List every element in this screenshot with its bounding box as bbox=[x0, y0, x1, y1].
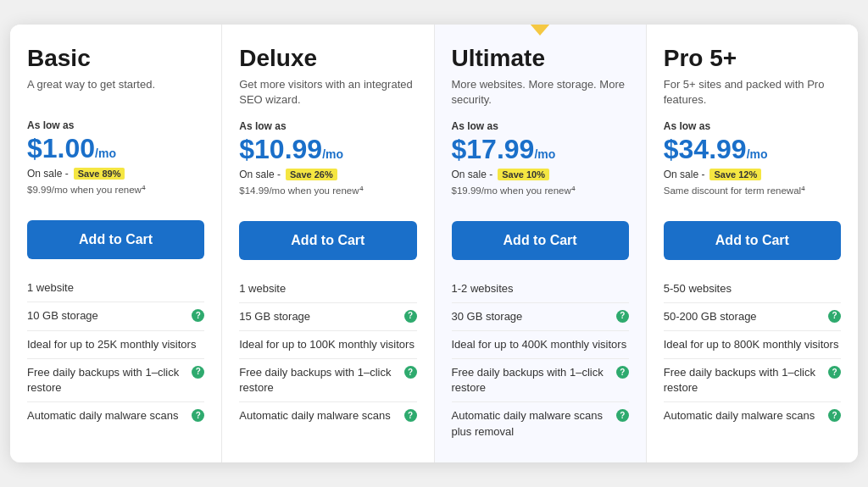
plan-desc-deluxe: Get more visitors with an integrated SEO… bbox=[239, 77, 416, 108]
price-period-pro5: /mo bbox=[747, 147, 768, 161]
info-icon-pro5-1[interactable]: ? bbox=[828, 310, 841, 323]
feature-text-pro5-1: 50-200 GB storage bbox=[664, 309, 825, 324]
add-to-cart-btn-pro5[interactable]: Add to Cart bbox=[664, 221, 841, 260]
feature-item-pro5-3: Free daily backups with 1–click restore … bbox=[664, 358, 841, 401]
plan-card-basic: Basic A great way to get started. As low… bbox=[10, 25, 222, 462]
save-badge-basic: Save 89% bbox=[74, 168, 125, 180]
feature-item-deluxe-4: Automatic daily malware scans ? bbox=[239, 401, 416, 429]
as-low-as-basic: As low as bbox=[27, 119, 204, 131]
feature-text-deluxe-0: 1 website bbox=[239, 281, 416, 296]
info-icon-deluxe-1[interactable]: ? bbox=[404, 310, 417, 323]
feature-list-deluxe: 1 website 15 GB storage ? Ideal for up t… bbox=[239, 275, 416, 430]
info-icon-pro5-3[interactable]: ? bbox=[828, 366, 841, 379]
price-amount-pro5: $34.99 bbox=[664, 134, 747, 165]
sale-label-basic: On sale - bbox=[27, 168, 69, 180]
feature-item-basic-2: Ideal for up to 25K monthly visitors bbox=[27, 330, 204, 358]
plan-title-basic: Basic bbox=[27, 45, 204, 72]
feature-item-ultimate-0: 1-2 websites bbox=[452, 275, 629, 302]
feature-text-basic-3: Free daily backups with 1–click restore bbox=[27, 365, 188, 396]
info-icon-ultimate-3[interactable]: ? bbox=[616, 366, 629, 379]
info-icon-pro5-4[interactable]: ? bbox=[828, 409, 841, 422]
price-row-basic: $1.00 /mo bbox=[27, 133, 204, 164]
feature-text-ultimate-4: Automatic daily malware scans plus remov… bbox=[452, 408, 613, 439]
info-icon-ultimate-4[interactable]: ? bbox=[616, 409, 629, 422]
save-badge-deluxe: Save 26% bbox=[286, 169, 337, 180]
info-icon-basic-4[interactable]: ? bbox=[192, 409, 204, 422]
plan-title-pro5: Pro 5+ bbox=[664, 45, 841, 72]
feature-text-deluxe-1: 15 GB storage bbox=[239, 309, 400, 324]
plan-desc-ultimate: More websites. More storage. More securi… bbox=[452, 77, 629, 108]
add-to-cart-btn-deluxe[interactable]: Add to Cart bbox=[239, 221, 416, 260]
price-period-deluxe: /mo bbox=[322, 147, 343, 161]
feature-item-basic-0: 1 website bbox=[27, 274, 204, 302]
plan-card-ultimate: Ultimate More websites. More storage. Mo… bbox=[435, 25, 647, 462]
sale-row-deluxe: On sale - Save 26% bbox=[239, 169, 416, 180]
feature-item-pro5-1: 50-200 GB storage ? bbox=[664, 302, 841, 330]
feature-item-pro5-2: Ideal for up to 800K monthly visitors bbox=[664, 330, 841, 358]
as-low-as-deluxe: As low as bbox=[239, 120, 416, 132]
price-period-basic: /mo bbox=[95, 147, 116, 160]
info-icon-deluxe-4[interactable]: ? bbox=[404, 409, 417, 422]
as-low-as-ultimate: As low as bbox=[452, 120, 629, 132]
price-amount-basic: $1.00 bbox=[27, 133, 95, 164]
info-icon-basic-3[interactable]: ? bbox=[192, 366, 204, 379]
plan-card-deluxe: Deluxe Get more visitors with an integra… bbox=[222, 25, 434, 462]
feature-item-pro5-4: Automatic daily malware scans ? bbox=[664, 401, 841, 429]
feature-item-ultimate-1: 30 GB storage ? bbox=[452, 302, 629, 330]
sale-row-basic: On sale - Save 89% bbox=[27, 168, 204, 180]
feature-item-pro5-0: 5-50 websites bbox=[664, 275, 841, 302]
plan-card-pro5: Pro 5+ For 5+ sites and packed with Pro … bbox=[647, 25, 858, 462]
sale-label-pro5: On sale - bbox=[664, 169, 705, 180]
feature-text-ultimate-0: 1-2 websites bbox=[452, 281, 629, 296]
feature-item-ultimate-4: Automatic daily malware scans plus remov… bbox=[452, 401, 629, 445]
price-amount-deluxe: $10.99 bbox=[239, 134, 322, 165]
feature-list-basic: 1 website 10 GB storage ? Ideal for up t… bbox=[27, 274, 204, 429]
feature-item-deluxe-2: Ideal for up to 100K monthly visitors bbox=[239, 330, 416, 358]
save-badge-ultimate: Save 10% bbox=[498, 169, 549, 180]
renew-text-ultimate: $19.99/mo when you renew⁴ bbox=[452, 184, 629, 208]
feature-list-ultimate: 1-2 websites 30 GB storage ? Ideal for u… bbox=[452, 275, 629, 445]
renew-text-basic: $9.99/mo when you renew⁴ bbox=[27, 183, 204, 207]
plan-desc-pro5: For 5+ sites and packed with Pro feature… bbox=[664, 77, 841, 108]
info-icon-deluxe-3[interactable]: ? bbox=[404, 366, 417, 379]
info-icon-ultimate-1[interactable]: ? bbox=[616, 310, 629, 323]
feature-item-basic-1: 10 GB storage ? bbox=[27, 302, 204, 329]
price-period-ultimate: /mo bbox=[534, 147, 555, 161]
info-icon-basic-1[interactable]: ? bbox=[192, 309, 204, 322]
feature-item-ultimate-3: Free daily backups with 1–click restore … bbox=[452, 358, 629, 401]
price-amount-ultimate: $17.99 bbox=[452, 134, 535, 165]
feature-text-deluxe-4: Automatic daily malware scans bbox=[239, 408, 400, 423]
feature-text-pro5-0: 5-50 websites bbox=[664, 281, 841, 296]
plan-title-ultimate: Ultimate bbox=[452, 45, 629, 72]
sale-label-deluxe: On sale - bbox=[239, 169, 281, 180]
feature-text-basic-2: Ideal for up to 25K monthly visitors bbox=[27, 337, 204, 352]
sale-label-ultimate: On sale - bbox=[452, 169, 493, 180]
feature-item-deluxe-1: 15 GB storage ? bbox=[239, 302, 416, 330]
plan-title-deluxe: Deluxe bbox=[239, 45, 416, 72]
feature-text-deluxe-2: Ideal for up to 100K monthly visitors bbox=[239, 337, 416, 352]
add-to-cart-btn-ultimate[interactable]: Add to Cart bbox=[452, 221, 629, 260]
as-low-as-pro5: As low as bbox=[664, 120, 841, 132]
feature-text-pro5-4: Automatic daily malware scans bbox=[664, 408, 825, 423]
feature-text-basic-0: 1 website bbox=[27, 280, 204, 296]
feature-text-pro5-2: Ideal for up to 800K monthly visitors bbox=[664, 337, 841, 352]
ultimate-badge bbox=[530, 25, 550, 36]
feature-item-deluxe-3: Free daily backups with 1–click restore … bbox=[239, 358, 416, 401]
plan-desc-basic: A great way to get started. bbox=[27, 77, 204, 108]
feature-list-pro5: 5-50 websites 50-200 GB storage ? Ideal … bbox=[664, 275, 841, 430]
price-row-deluxe: $10.99 /mo bbox=[239, 134, 416, 165]
renew-text-pro5: Same discount for term renewal⁴ bbox=[664, 184, 841, 208]
feature-text-deluxe-3: Free daily backups with 1–click restore bbox=[239, 365, 400, 396]
add-to-cart-btn-basic[interactable]: Add to Cart bbox=[27, 220, 204, 259]
feature-text-ultimate-2: Ideal for up to 400K monthly visitors bbox=[452, 337, 629, 352]
feature-item-basic-3: Free daily backups with 1–click restore … bbox=[27, 358, 204, 401]
feature-item-deluxe-0: 1 website bbox=[239, 275, 416, 302]
feature-item-basic-4: Automatic daily malware scans ? bbox=[27, 401, 204, 429]
feature-item-ultimate-2: Ideal for up to 400K monthly visitors bbox=[452, 330, 629, 358]
feature-text-pro5-3: Free daily backups with 1–click restore bbox=[664, 365, 825, 396]
feature-text-basic-4: Automatic daily malware scans bbox=[27, 408, 188, 423]
price-row-pro5: $34.99 /mo bbox=[664, 134, 841, 165]
feature-text-ultimate-1: 30 GB storage bbox=[452, 309, 613, 324]
renew-text-deluxe: $14.99/mo when you renew⁴ bbox=[239, 184, 416, 208]
sale-row-pro5: On sale - Save 12% bbox=[664, 169, 841, 180]
